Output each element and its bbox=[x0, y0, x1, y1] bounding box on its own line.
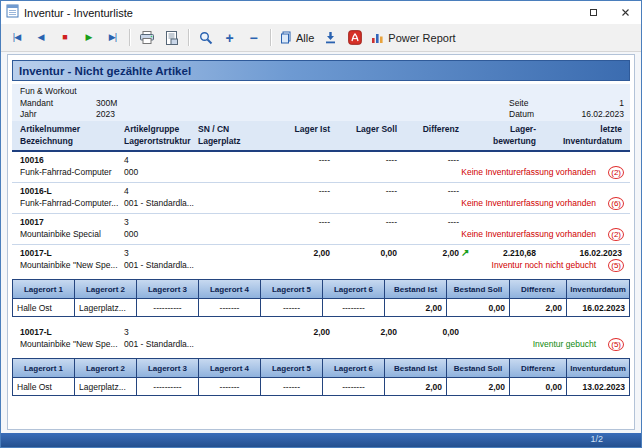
sub-cell: ------- bbox=[199, 378, 261, 395]
article-row: 10017-L 3 2,00 2,00 0,00 Mountainbike "N… bbox=[12, 324, 630, 355]
last-page-icon: ▶| bbox=[109, 33, 116, 42]
sub-header-cell: Lagerort 3 bbox=[137, 359, 199, 378]
sub-cell: 2,00 bbox=[385, 299, 447, 316]
company-name: Fun & Workout bbox=[20, 86, 77, 96]
plus-icon: + bbox=[225, 31, 233, 45]
seite-label: Seite bbox=[509, 98, 528, 108]
sub-cell: ------ bbox=[261, 299, 323, 316]
power-report-button[interactable]: Power Report bbox=[367, 26, 459, 49]
sub-cell: ---------- bbox=[137, 378, 199, 395]
lagerortstruktur: 001 - Standardla... bbox=[124, 260, 194, 270]
sub-cell: 2,00 bbox=[385, 378, 447, 395]
nav-prev-button[interactable]: ◀ bbox=[29, 26, 52, 49]
sub-cell: 0,00 bbox=[447, 299, 510, 316]
print-button[interactable] bbox=[135, 26, 159, 49]
maximize-icon bbox=[589, 8, 598, 17]
maximize-button[interactable] bbox=[577, 1, 609, 24]
sub-cell: Halle Ost bbox=[13, 299, 75, 316]
sub-cell: 13.02.2023 bbox=[567, 378, 629, 395]
article-row: 10016-L 4 ---- ---- ---- Funk-Fahrrad-Co… bbox=[12, 183, 630, 214]
page-setup-icon bbox=[165, 31, 178, 45]
lagerortstruktur: 000 bbox=[124, 229, 138, 239]
window-title: Inventur - Inventurliste bbox=[24, 7, 133, 19]
col-inventurdatum: Inventurdatum bbox=[532, 136, 622, 146]
app-window: Inventur - Inventurliste |◀ ◀ ■ ▶ ▶| + − bbox=[0, 0, 642, 448]
status-count-badge: (6) bbox=[608, 197, 624, 210]
lager-ist: 2,00 bbox=[260, 248, 330, 258]
zoom-in-button[interactable]: + bbox=[218, 26, 241, 49]
minus-icon: − bbox=[249, 31, 257, 45]
sub-cell: Lagerplatz... bbox=[75, 378, 137, 395]
play-button[interactable]: ▶ bbox=[77, 26, 100, 49]
sub-header-cell: Inventurdatum bbox=[567, 359, 629, 378]
artikelnummer: 10017-L bbox=[20, 327, 52, 337]
artikelnummer: 10016-L bbox=[20, 186, 52, 196]
sub-header-cell: Lagerort 4 bbox=[199, 359, 261, 378]
artikelgruppe: 3 bbox=[124, 217, 129, 227]
pdf-export-button[interactable] bbox=[343, 26, 366, 49]
sub-header-cell: Lagerort 6 bbox=[323, 359, 385, 378]
print-settings-button[interactable] bbox=[160, 26, 183, 49]
preview-viewport[interactable]: Inventur - Nicht gezählte Artikel Fun & … bbox=[1, 52, 641, 433]
bar-chart-icon bbox=[371, 32, 384, 44]
lager-soll: 0,00 bbox=[332, 248, 397, 258]
app-icon bbox=[6, 4, 19, 22]
lager-ist: ---- bbox=[260, 155, 330, 165]
sub-cell: Halle Ost bbox=[13, 378, 75, 395]
letzte-inventurdatum: 16.02.2023 bbox=[532, 248, 622, 258]
sub-header-cell: Lagerort 6 bbox=[323, 280, 385, 299]
col-artikelgruppe: Artikelgruppe bbox=[124, 124, 179, 134]
col-sn-cn: SN / CN bbox=[198, 124, 229, 134]
prev-page-icon: ◀ bbox=[38, 33, 44, 42]
col-differenz: Differenz bbox=[399, 124, 459, 134]
lager-soll: 2,00 bbox=[332, 327, 397, 337]
trend-up-icon: ↗ bbox=[461, 247, 469, 258]
download-arrow-icon bbox=[324, 31, 337, 44]
col-artikelnummer: Artikelnummer bbox=[20, 124, 80, 134]
status-text: Inventur gebucht bbox=[533, 339, 596, 349]
title-bar: Inventur - Inventurliste bbox=[1, 1, 641, 24]
differenz: ---- bbox=[399, 155, 459, 165]
artikelgruppe: 4 bbox=[124, 155, 129, 165]
col-lager-soll: Lager Soll bbox=[332, 124, 397, 134]
col-letzte: letzte bbox=[532, 124, 622, 134]
status-count-badge: (5) bbox=[608, 338, 624, 351]
zoom-out-button[interactable]: − bbox=[242, 26, 265, 49]
sub-cell: 16.02.2023 bbox=[567, 299, 629, 316]
seite-value: 1 bbox=[619, 98, 624, 108]
close-button[interactable] bbox=[609, 1, 641, 24]
sub-header-cell: Lagerort 1 bbox=[13, 280, 75, 299]
lager-ist: ---- bbox=[260, 217, 330, 227]
nav-first-button[interactable]: |◀ bbox=[5, 26, 28, 49]
sub-cell: 2,00 bbox=[510, 299, 567, 316]
col-lagerplatz: Lagerplatz bbox=[198, 136, 241, 146]
sub-header-cell: Bestand Ist bbox=[385, 280, 447, 299]
zoom-button[interactable] bbox=[194, 26, 217, 49]
stop-button[interactable]: ■ bbox=[53, 26, 76, 49]
sub-header-cell: Lagerort 4 bbox=[199, 280, 261, 299]
sub-header-cell: Inventurdatum bbox=[567, 280, 629, 299]
toolbar-separator bbox=[270, 29, 271, 46]
status-text: Keine Inventurerfassung vorhanden bbox=[461, 167, 596, 177]
page-filter-button[interactable]: Alle bbox=[276, 26, 318, 49]
artikelgruppe: 4 bbox=[124, 186, 129, 196]
sub-cell: 2,00 bbox=[447, 378, 510, 395]
sub-header-cell: Bestand Soll bbox=[447, 280, 510, 299]
col-lager-ist: Lager Ist bbox=[260, 124, 330, 134]
status-count-badge: (2) bbox=[608, 166, 624, 179]
power-report-label: Power Report bbox=[388, 32, 455, 44]
sub-cell: Lagerplatz... bbox=[75, 299, 137, 316]
lager-soll: ---- bbox=[332, 217, 397, 227]
article-row: 10016 4 ---- ---- ---- Funk-Fahrrad-Comp… bbox=[12, 152, 630, 183]
nav-last-button[interactable]: ▶| bbox=[101, 26, 124, 49]
differenz: ---- bbox=[399, 217, 459, 227]
printer-icon bbox=[139, 31, 155, 44]
status-count-badge: (2) bbox=[608, 228, 624, 241]
datum-label: Datum bbox=[509, 109, 534, 119]
first-page-icon: |◀ bbox=[13, 33, 20, 42]
sub-header-cell: Lagerort 5 bbox=[261, 280, 323, 299]
export-pages-button[interactable] bbox=[319, 26, 342, 49]
col-lagerbewertung-2: bewertung bbox=[474, 136, 536, 146]
close-icon bbox=[621, 8, 630, 17]
play-icon: ▶ bbox=[86, 33, 92, 42]
